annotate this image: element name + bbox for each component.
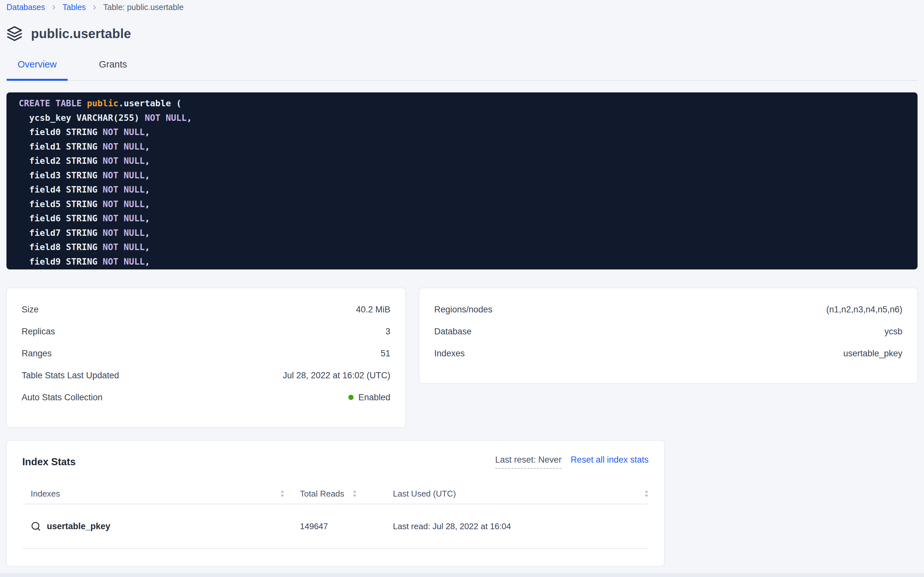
summary-value: 3 [386, 327, 390, 337]
reset-all-index-stats-link[interactable]: Reset all index stats [570, 455, 649, 465]
summary-value: 51 [381, 348, 390, 359]
sql-line: field2 STRING NOT NULL, [19, 154, 918, 168]
tab-bar: Overview Grants [6, 54, 918, 81]
tab-overview[interactable]: Overview [6, 54, 68, 80]
chevron-right-icon [50, 4, 58, 11]
summary-value: Enabled [348, 393, 390, 403]
summary-value: (n1,n2,n3,n4,n5,n6) [826, 305, 902, 315]
summary-label: Table Stats Last Updated [22, 371, 119, 380]
column-header-indexes[interactable]: Indexes [22, 489, 284, 499]
summary-row-indexes: Indexes usertable_pkey [434, 342, 902, 364]
column-header-total-reads[interactable]: Total Reads [284, 489, 378, 499]
summary-label: Size [22, 305, 39, 315]
horizontal-scrollbar[interactable] [0, 573, 924, 577]
column-header-label: Total Reads [300, 489, 344, 499]
tab-grants[interactable]: Grants [82, 54, 144, 80]
sql-line: field0 STRING NOT NULL, [19, 125, 918, 140]
table-details-card: Size 40.2 MiB Replicas 3 Ranges 51 Table… [6, 288, 405, 427]
index-stats-title: Index Stats [22, 455, 76, 468]
summary-cards-row: Size 40.2 MiB Replicas 3 Ranges 51 Table… [6, 288, 918, 427]
summary-value: Jul 28, 2022 at 16:02 (UTC) [283, 371, 390, 380]
sql-line: field1 STRING NOT NULL, [19, 140, 918, 154]
sort-icon[interactable] [280, 490, 284, 498]
index-table-header: Indexes Total Reads Last Used (UTC) [22, 484, 649, 504]
summary-row-size: Size 40.2 MiB [22, 298, 390, 321]
summary-value: usertable_pkey [843, 348, 902, 359]
summary-row-database: Database ycsb [434, 321, 902, 342]
index-name-cell: usertable_pkey [22, 521, 284, 532]
last-used-cell: Last read: Jul 28, 2022 at 16:04 [378, 521, 649, 532]
last-used-value: Last read: Jul 28, 2022 at 16:04 [393, 521, 511, 532]
chevron-right-icon [91, 4, 98, 11]
summary-label: Replicas [22, 327, 55, 337]
sql-line: field7 STRING NOT NULL, [19, 226, 918, 240]
sql-line: field6 STRING NOT NULL, [19, 211, 918, 226]
index-stats-header: Index Stats Last reset: Never Reset all … [22, 455, 649, 469]
sql-line: field4 STRING NOT NULL, [19, 182, 918, 197]
total-reads-cell: 149647 [284, 521, 378, 532]
summary-label: Indexes [434, 348, 465, 359]
summary-label: Database [434, 327, 472, 337]
sql-line: field8 STRING NOT NULL, [19, 240, 918, 255]
breadcrumb-link-databases[interactable]: Databases [6, 3, 45, 12]
index-name-link[interactable]: usertable_pkey [31, 521, 111, 532]
column-header-last-used[interactable]: Last Used (UTC) [378, 489, 649, 499]
summary-value: ycsb [884, 327, 902, 337]
create-statement-code: CREATE TABLE public.usertable ( ycsb_key… [6, 92, 918, 269]
page-title: public.usertable [31, 26, 131, 41]
breadcrumb-link-tables[interactable]: Tables [63, 3, 86, 12]
column-header-label: Indexes [31, 489, 60, 499]
summary-row-ranges: Ranges 51 [22, 342, 390, 364]
breadcrumb-current: Table: public.usertable [103, 3, 184, 12]
index-stats-card: Index Stats Last reset: Never Reset all … [6, 440, 664, 566]
sql-line: ycsb_key VARCHAR(255) NOT NULL, [19, 111, 918, 125]
sql-line: field9 STRING NOT NULL, [19, 255, 918, 269]
sql-line: field3 STRING NOT NULL, [19, 168, 918, 183]
summary-row-auto-stats: Auto Stats Collection Enabled [22, 387, 390, 408]
summary-label: Auto Stats Collection [22, 393, 103, 403]
table-meta-card: Regions/nodes (n1,n2,n3,n4,n5,n6) Databa… [419, 288, 918, 384]
breadcrumb: Databases Tables Table: public.usertable [6, 3, 918, 12]
sort-icon[interactable] [644, 490, 649, 498]
page-title-row: public.usertable [6, 26, 918, 42]
summary-row-replicas: Replicas 3 [22, 321, 390, 342]
index-table-row: usertable_pkey 149647 Last read: Jul 28,… [22, 504, 649, 549]
sql-line: field5 STRING NOT NULL, [19, 197, 918, 212]
summary-row-regions-nodes: Regions/nodes (n1,n2,n3,n4,n5,n6) [434, 298, 902, 321]
summary-value: 40.2 MiB [356, 305, 390, 315]
sort-icon[interactable] [352, 490, 357, 498]
column-header-label: Last Used (UTC) [393, 489, 456, 499]
status-dot-green [348, 395, 354, 400]
last-reset-label: Last reset: Never [495, 455, 562, 469]
status-text: Enabled [358, 393, 390, 403]
sql-line: CREATE TABLE public.usertable ( [19, 96, 918, 111]
summary-label: Ranges [22, 348, 51, 359]
index-stats-controls: Last reset: Never Reset all index stats [495, 455, 649, 469]
summary-row-stats-updated: Table Stats Last Updated Jul 28, 2022 at… [22, 364, 390, 387]
index-name: usertable_pkey [47, 521, 111, 532]
total-reads-value: 149647 [300, 521, 328, 532]
search-icon [31, 521, 41, 532]
summary-label: Regions/nodes [434, 305, 492, 315]
layers-icon [6, 26, 22, 42]
